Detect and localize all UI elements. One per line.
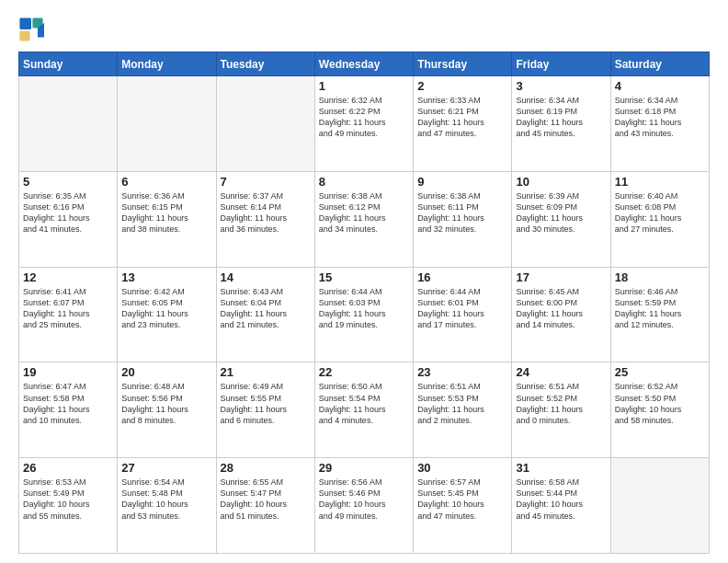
day-number: 30 (417, 461, 507, 475)
cell-info: Sunrise: 6:38 AM Sunset: 6:11 PM Dayligh… (417, 190, 507, 236)
day-number: 26 (23, 461, 113, 475)
calendar-cell: 25Sunrise: 6:52 AM Sunset: 5:50 PM Dayli… (610, 362, 709, 458)
calendar-cell: 30Sunrise: 6:57 AM Sunset: 5:45 PM Dayli… (414, 458, 512, 554)
calendar-table: SundayMondayTuesdayWednesdayThursdayFrid… (18, 52, 710, 554)
page: SundayMondayTuesdayWednesdayThursdayFrid… (0, 0, 728, 563)
calendar-cell (610, 458, 709, 554)
calendar-cell: 27Sunrise: 6:54 AM Sunset: 5:48 PM Dayli… (118, 458, 216, 554)
cell-info: Sunrise: 6:32 AM Sunset: 6:22 PM Dayligh… (319, 95, 409, 140)
calendar-cell: 15Sunrise: 6:44 AM Sunset: 6:03 PM Dayli… (314, 267, 413, 362)
cell-info: Sunrise: 6:33 AM Sunset: 6:21 PM Dayligh… (417, 95, 507, 140)
logo-icon (18, 17, 44, 42)
cell-info: Sunrise: 6:37 AM Sunset: 6:14 PM Dayligh… (221, 190, 311, 236)
week-row-1: 1Sunrise: 6:32 AM Sunset: 6:22 PM Daylig… (19, 76, 710, 172)
day-number: 16 (417, 270, 507, 284)
day-number: 11 (615, 175, 705, 189)
day-number: 28 (221, 461, 311, 475)
day-number: 10 (516, 175, 606, 189)
cell-info: Sunrise: 6:45 AM Sunset: 6:00 PM Dayligh… (516, 286, 606, 331)
cell-info: Sunrise: 6:44 AM Sunset: 6:01 PM Dayligh… (417, 286, 507, 331)
calendar-cell: 28Sunrise: 6:55 AM Sunset: 5:47 PM Dayli… (216, 458, 314, 554)
cell-info: Sunrise: 6:42 AM Sunset: 6:05 PM Dayligh… (121, 286, 211, 331)
svg-rect-3 (19, 30, 29, 40)
cell-info: Sunrise: 6:36 AM Sunset: 6:15 PM Dayligh… (121, 190, 211, 236)
header (18, 17, 710, 42)
day-number: 2 (417, 79, 507, 93)
cell-info: Sunrise: 6:41 AM Sunset: 6:07 PM Dayligh… (23, 286, 113, 331)
calendar-cell: 21Sunrise: 6:49 AM Sunset: 5:55 PM Dayli… (216, 362, 314, 458)
calendar-cell: 23Sunrise: 6:51 AM Sunset: 5:53 PM Dayli… (414, 362, 512, 458)
weekday-header-wednesday: Wednesday (314, 52, 413, 76)
calendar-cell: 7Sunrise: 6:37 AM Sunset: 6:14 PM Daylig… (216, 171, 314, 267)
calendar-cell: 24Sunrise: 6:51 AM Sunset: 5:52 PM Dayli… (512, 362, 610, 458)
cell-info: Sunrise: 6:43 AM Sunset: 6:04 PM Dayligh… (221, 286, 311, 331)
cell-info: Sunrise: 6:39 AM Sunset: 6:09 PM Dayligh… (516, 190, 606, 236)
day-number: 21 (221, 365, 311, 379)
week-row-5: 26Sunrise: 6:53 AM Sunset: 5:49 PM Dayli… (19, 458, 710, 554)
calendar-cell: 31Sunrise: 6:58 AM Sunset: 5:44 PM Dayli… (512, 458, 610, 554)
calendar-cell: 20Sunrise: 6:48 AM Sunset: 5:56 PM Dayli… (118, 362, 216, 458)
calendar-cell: 13Sunrise: 6:42 AM Sunset: 6:05 PM Dayli… (118, 267, 216, 362)
cell-info: Sunrise: 6:51 AM Sunset: 5:52 PM Dayligh… (516, 381, 606, 426)
day-number: 22 (319, 365, 409, 379)
cell-info: Sunrise: 6:52 AM Sunset: 5:50 PM Dayligh… (615, 381, 705, 426)
day-number: 4 (615, 79, 705, 93)
day-number: 9 (417, 175, 507, 189)
cell-info: Sunrise: 6:35 AM Sunset: 6:16 PM Dayligh… (23, 190, 113, 236)
calendar-cell: 26Sunrise: 6:53 AM Sunset: 5:49 PM Dayli… (19, 458, 118, 554)
weekday-header-friday: Friday (512, 52, 610, 76)
day-number: 18 (615, 270, 705, 284)
svg-rect-0 (19, 17, 31, 29)
cell-info: Sunrise: 6:34 AM Sunset: 6:19 PM Dayligh… (516, 95, 606, 140)
calendar-cell: 14Sunrise: 6:43 AM Sunset: 6:04 PM Dayli… (216, 267, 314, 362)
cell-info: Sunrise: 6:38 AM Sunset: 6:12 PM Dayligh… (319, 190, 409, 236)
day-number: 15 (319, 270, 409, 284)
day-number: 17 (516, 270, 606, 284)
day-number: 7 (221, 175, 311, 189)
calendar-cell: 10Sunrise: 6:39 AM Sunset: 6:09 PM Dayli… (512, 171, 610, 267)
day-number: 20 (121, 365, 211, 379)
calendar-cell: 22Sunrise: 6:50 AM Sunset: 5:54 PM Dayli… (314, 362, 413, 458)
week-row-4: 19Sunrise: 6:47 AM Sunset: 5:58 PM Dayli… (19, 362, 710, 458)
day-number: 27 (121, 461, 211, 475)
day-number: 31 (516, 461, 606, 475)
calendar-cell (19, 76, 118, 172)
cell-info: Sunrise: 6:46 AM Sunset: 5:59 PM Dayligh… (615, 286, 705, 331)
day-number: 23 (417, 365, 507, 379)
cell-info: Sunrise: 6:56 AM Sunset: 5:46 PM Dayligh… (319, 477, 409, 522)
calendar-cell: 11Sunrise: 6:40 AM Sunset: 6:08 PM Dayli… (610, 171, 709, 267)
calendar-cell: 1Sunrise: 6:32 AM Sunset: 6:22 PM Daylig… (314, 76, 413, 172)
cell-info: Sunrise: 6:47 AM Sunset: 5:58 PM Dayligh… (23, 381, 113, 426)
weekday-header-row: SundayMondayTuesdayWednesdayThursdayFrid… (19, 52, 710, 76)
calendar-cell: 17Sunrise: 6:45 AM Sunset: 6:00 PM Dayli… (512, 267, 610, 362)
cell-info: Sunrise: 6:50 AM Sunset: 5:54 PM Dayligh… (319, 381, 409, 426)
weekday-header-monday: Monday (118, 52, 216, 76)
day-number: 3 (516, 79, 606, 93)
calendar-cell: 18Sunrise: 6:46 AM Sunset: 5:59 PM Dayli… (610, 267, 709, 362)
weekday-header-tuesday: Tuesday (216, 52, 314, 76)
day-number: 6 (121, 175, 211, 189)
calendar-cell: 2Sunrise: 6:33 AM Sunset: 6:21 PM Daylig… (414, 76, 512, 172)
week-row-2: 5Sunrise: 6:35 AM Sunset: 6:16 PM Daylig… (19, 171, 710, 267)
day-number: 5 (23, 175, 113, 189)
calendar-cell: 3Sunrise: 6:34 AM Sunset: 6:19 PM Daylig… (512, 76, 610, 172)
cell-info: Sunrise: 6:44 AM Sunset: 6:03 PM Dayligh… (319, 286, 409, 331)
calendar-cell: 5Sunrise: 6:35 AM Sunset: 6:16 PM Daylig… (19, 171, 118, 267)
calendar-cell: 29Sunrise: 6:56 AM Sunset: 5:46 PM Dayli… (314, 458, 413, 554)
calendar-cell: 12Sunrise: 6:41 AM Sunset: 6:07 PM Dayli… (19, 267, 118, 362)
cell-info: Sunrise: 6:51 AM Sunset: 5:53 PM Dayligh… (417, 381, 507, 426)
cell-info: Sunrise: 6:58 AM Sunset: 5:44 PM Dayligh… (516, 477, 606, 522)
day-number: 13 (121, 270, 211, 284)
day-number: 24 (516, 365, 606, 379)
day-number: 29 (319, 461, 409, 475)
calendar-cell: 6Sunrise: 6:36 AM Sunset: 6:15 PM Daylig… (118, 171, 216, 267)
calendar-cell: 4Sunrise: 6:34 AM Sunset: 6:18 PM Daylig… (610, 76, 709, 172)
cell-info: Sunrise: 6:57 AM Sunset: 5:45 PM Dayligh… (417, 477, 507, 522)
calendar-cell: 16Sunrise: 6:44 AM Sunset: 6:01 PM Dayli… (414, 267, 512, 362)
weekday-header-saturday: Saturday (610, 52, 709, 76)
cell-info: Sunrise: 6:40 AM Sunset: 6:08 PM Dayligh… (615, 190, 705, 236)
weekday-header-thursday: Thursday (414, 52, 512, 76)
cell-info: Sunrise: 6:54 AM Sunset: 5:48 PM Dayligh… (121, 477, 211, 522)
calendar-cell: 8Sunrise: 6:38 AM Sunset: 6:12 PM Daylig… (314, 171, 413, 267)
day-number: 19 (23, 365, 113, 379)
